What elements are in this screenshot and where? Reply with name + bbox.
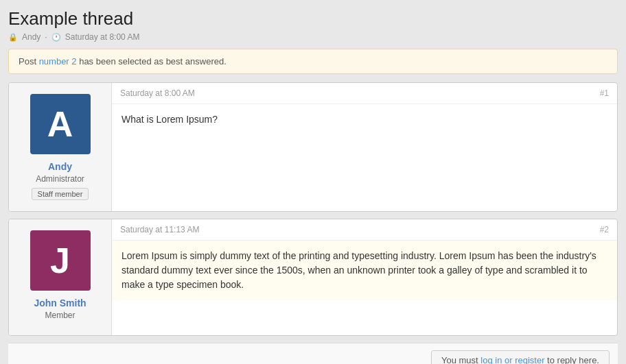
post-timestamp: Saturday at 11:13 AM bbox=[120, 225, 199, 234]
post-body: What is Lorem Ipsum? bbox=[112, 104, 617, 135]
staff-badge[interactable]: Staff member bbox=[32, 188, 89, 200]
reply-button[interactable]: You must log in or register to reply her… bbox=[431, 350, 610, 364]
reply-text: You must log in or register to reply her… bbox=[441, 355, 599, 364]
post-body: Lorem Ipsum is simply dummy text of the … bbox=[112, 241, 617, 300]
author-role: Member bbox=[45, 311, 75, 320]
meta-time: Saturday at 8:00 AM bbox=[65, 32, 140, 42]
avatar: A bbox=[30, 94, 91, 154]
clock-icon: 🕐 bbox=[51, 33, 61, 42]
post-author-sidebar: J John Smith Member bbox=[9, 219, 112, 335]
avatar: J bbox=[30, 230, 91, 291]
page-meta: 🔒 Andy · 🕐 Saturday at 8:00 AM bbox=[8, 32, 618, 42]
page-header: Example thread 🔒 Andy · 🕐 Saturday at 8:… bbox=[8, 8, 618, 42]
post-author-sidebar: A Andy Administrator Staff member bbox=[9, 83, 112, 211]
post-timestamp: Saturday at 8:00 AM bbox=[120, 88, 195, 98]
post-number: #1 bbox=[600, 88, 609, 98]
posts-wrapper: A Andy Administrator Staff member Saturd… bbox=[8, 82, 618, 336]
best-answer-banner: Post number 2 has been selected as best … bbox=[8, 49, 618, 74]
reply-bar: You must log in or register to reply her… bbox=[8, 343, 618, 364]
banner-text-after: has been selected as best answered. bbox=[77, 56, 227, 66]
author-role: Administrator bbox=[36, 174, 84, 184]
meta-author: Andy bbox=[22, 32, 40, 42]
post-header: Saturday at 11:13 AM #2 bbox=[112, 219, 617, 241]
post-2: J John Smith Member Saturday at 11:13 AM… bbox=[8, 219, 618, 336]
meta-separator: · bbox=[45, 32, 47, 42]
post-content-area: Saturday at 11:13 AM #2 Lorem Ipsum is s… bbox=[112, 219, 617, 335]
post-1: A Andy Administrator Staff member Saturd… bbox=[8, 82, 618, 212]
banner-text-before: Post bbox=[19, 56, 39, 66]
lock-icon: 🔒 bbox=[8, 33, 18, 42]
author-name: Andy bbox=[48, 161, 72, 172]
post-number: #2 bbox=[600, 225, 609, 234]
banner-link[interactable]: number 2 bbox=[39, 56, 77, 66]
post-header: Saturday at 8:00 AM #1 bbox=[112, 83, 617, 104]
page-title: Example thread bbox=[8, 8, 618, 29]
author-name: John Smith bbox=[34, 298, 86, 308]
post-content-area: Saturday at 8:00 AM #1 What is Lorem Ips… bbox=[112, 83, 617, 211]
login-link[interactable]: log in or register bbox=[480, 355, 544, 364]
